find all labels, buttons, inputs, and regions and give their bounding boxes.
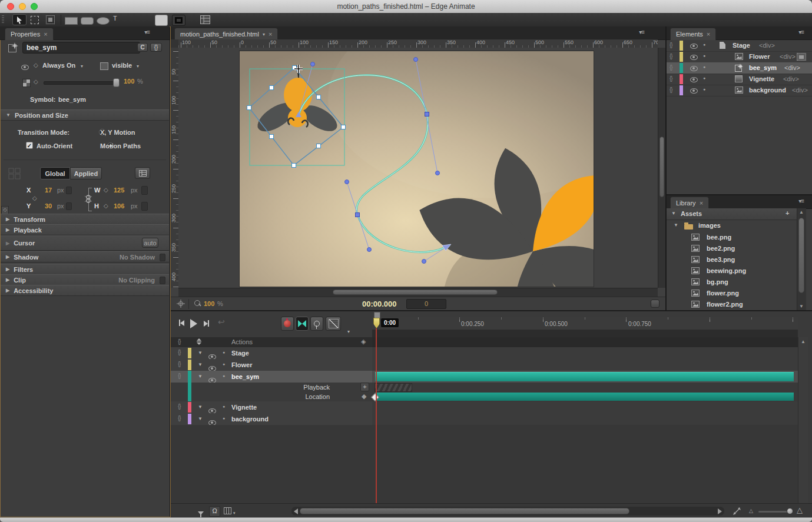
w-keyframe-diamond[interactable]: ◇ bbox=[104, 187, 108, 193]
section-cursor[interactable]: ▶ Cursor auto bbox=[1, 235, 169, 251]
zoom-in-triangle-icon[interactable]: △ bbox=[797, 506, 803, 514]
opacity-value[interactable]: 100 bbox=[124, 78, 134, 85]
eye-icon[interactable] bbox=[690, 44, 698, 49]
dot-icon[interactable]: ● bbox=[223, 404, 225, 408]
section-shadow[interactable]: ▶ Shadow No Shadow bbox=[1, 251, 169, 262]
shadow-toggle[interactable] bbox=[160, 254, 165, 261]
fill-color-swatch[interactable] bbox=[155, 15, 168, 26]
braces-icon[interactable]: {} bbox=[178, 373, 181, 379]
triangle-down-icon[interactable]: ▼ bbox=[674, 222, 678, 228]
eye-icon[interactable] bbox=[690, 88, 698, 94]
element-id-input[interactable] bbox=[22, 42, 140, 54]
add-class-button[interactable]: C bbox=[137, 43, 148, 52]
dot-icon[interactable]: ● bbox=[703, 65, 705, 69]
timeline-ruler[interactable]: 0:00.250 0:00.500 0:00.750 bbox=[372, 317, 798, 330]
braces-icon[interactable]: {} bbox=[178, 415, 181, 421]
layout-presets-button[interactable] bbox=[200, 15, 210, 25]
stage-track[interactable] bbox=[372, 347, 798, 360]
braces-icon[interactable]: {} bbox=[178, 338, 181, 345]
xy-keyframe-diamond[interactable]: ◇ bbox=[32, 195, 37, 201]
timeline-subrow-location[interactable]: Location ◆ bbox=[171, 392, 372, 401]
stage-vertical-scrollbar[interactable] bbox=[658, 48, 666, 288]
titlebar[interactable]: motion_paths_finished.html – Edge Animat… bbox=[0, 0, 812, 14]
elements-row-bee-sym[interactable]: {} ● bee_sym <div> bbox=[667, 62, 812, 74]
snap-magnet-icon[interactable]: Ω bbox=[209, 506, 220, 517]
return-button[interactable]: ↩ bbox=[218, 317, 225, 327]
toolbar-grip[interactable] bbox=[2, 15, 4, 24]
cursor-auto-button[interactable]: auto bbox=[142, 238, 158, 248]
panel-menu-icon[interactable]: ▾≡ bbox=[144, 29, 150, 35]
scroll-down-icon[interactable]: ▼ bbox=[799, 304, 804, 309]
section-clip[interactable]: ▶ Clip No Clipping bbox=[1, 274, 169, 285]
elements-row-background[interactable]: {} ● background <div> bbox=[667, 85, 812, 97]
scrollbar-thumb[interactable] bbox=[659, 137, 664, 197]
y-value[interactable]: 30 bbox=[45, 202, 52, 210]
link-wh-icon[interactable] bbox=[84, 194, 92, 205]
h-value[interactable]: 106 bbox=[114, 202, 124, 210]
h-unit[interactable]: px bbox=[131, 202, 138, 210]
fit-timeline-icon[interactable] bbox=[733, 507, 741, 516]
scroll-up-icon[interactable]: ▲ bbox=[801, 339, 806, 344]
go-to-end-button[interactable] bbox=[204, 320, 209, 327]
dot-icon[interactable]: ● bbox=[223, 362, 225, 366]
chevron-down-icon[interactable]: ▾ bbox=[263, 32, 265, 37]
eye-icon[interactable] bbox=[690, 66, 698, 71]
h-keyframe-diamond[interactable]: ◇ bbox=[104, 202, 108, 209]
add-trigger-button[interactable]: + bbox=[360, 383, 369, 391]
text-tool-button[interactable]: T bbox=[113, 15, 117, 22]
stage-canvas[interactable] bbox=[240, 51, 594, 287]
dot-icon[interactable]: ● bbox=[703, 87, 705, 91]
triangle-down-icon[interactable]: ▼ bbox=[198, 404, 203, 410]
timeline-row-flower[interactable]: {} ▼ ● Flower bbox=[171, 359, 372, 371]
timeline-horizontal-scrollbar[interactable] bbox=[291, 507, 724, 516]
library-scrollbar[interactable]: ▲ ▼ bbox=[797, 208, 806, 310]
auto-transition-button[interactable] bbox=[296, 317, 309, 331]
timeline-row-background[interactable]: {} ▼ ● background bbox=[171, 413, 372, 425]
grid-options-icon[interactable] bbox=[224, 507, 231, 516]
location-track[interactable] bbox=[372, 392, 798, 401]
section-transform[interactable]: ▶ Transform bbox=[1, 214, 169, 225]
library-item[interactable]: bg.png bbox=[667, 277, 797, 288]
y-unit[interactable]: px bbox=[57, 202, 64, 210]
scroll-up-icon[interactable]: ▲ bbox=[799, 210, 804, 215]
y-unit-toggle[interactable] bbox=[66, 202, 72, 210]
braces-icon[interactable]: {} bbox=[178, 349, 181, 355]
section-filters[interactable]: ▶ Filters bbox=[1, 264, 169, 275]
timeline-subrow-playback[interactable]: Playback + bbox=[171, 383, 372, 392]
close-icon[interactable]: × bbox=[707, 31, 710, 38]
library-folder-row[interactable]: ▼ images bbox=[667, 220, 797, 231]
section-playback[interactable]: ▶ Playback bbox=[1, 224, 169, 235]
display-on-dropdown[interactable]: Always On bbox=[42, 62, 75, 69]
braces-icon[interactable]: {} bbox=[670, 53, 672, 59]
add-asset-button[interactable]: + bbox=[786, 210, 789, 217]
timeline-row-vignette[interactable]: {} ▼ ● Vignette bbox=[171, 401, 372, 414]
eye-icon[interactable] bbox=[690, 77, 698, 82]
add-keyframe-diamond[interactable]: ◆ bbox=[362, 393, 366, 400]
elements-row-flower[interactable]: {} ● Flower <div> bbox=[667, 51, 812, 63]
tab-library[interactable]: Library × bbox=[670, 197, 709, 209]
braces-icon[interactable]: {} bbox=[670, 64, 672, 71]
timeline-vertical-scrollbar[interactable]: ▲ bbox=[798, 337, 808, 503]
section-position-and-size[interactable]: ▼ Position and Size bbox=[1, 109, 169, 121]
h-unit-toggle[interactable] bbox=[141, 202, 148, 211]
keyframe-all-icon[interactable]: ◈ bbox=[361, 338, 366, 345]
section-accessibility[interactable]: ▶ Accessibility bbox=[1, 285, 169, 296]
assets-header[interactable]: ▼ Assets + bbox=[667, 208, 797, 220]
timeline-row-stage[interactable]: {} ▼ ● Stage bbox=[171, 347, 372, 360]
scrollbar-thumb[interactable] bbox=[798, 218, 804, 293]
stroke-color-swatch[interactable] bbox=[172, 15, 185, 26]
scrollbar-thumb[interactable] bbox=[333, 290, 498, 295]
filter-icon[interactable] bbox=[198, 511, 204, 515]
playhead-line[interactable] bbox=[376, 328, 377, 503]
elements-row-stage[interactable]: {} ● Stage <div> bbox=[667, 40, 812, 52]
x-unit[interactable]: px bbox=[57, 187, 64, 194]
zoom-out-triangle-icon[interactable]: △ bbox=[749, 508, 753, 514]
triangle-down-icon[interactable]: ▼ bbox=[198, 374, 203, 379]
library-item[interactable]: flower.png bbox=[667, 288, 797, 299]
playhead-grip[interactable] bbox=[374, 312, 380, 318]
ellipse-tool-button[interactable] bbox=[97, 17, 110, 25]
scroll-left-icon[interactable] bbox=[294, 508, 298, 514]
w-value[interactable]: 125 bbox=[114, 187, 124, 194]
play-button[interactable] bbox=[190, 319, 197, 328]
stage-origin-icon[interactable] bbox=[177, 300, 185, 309]
